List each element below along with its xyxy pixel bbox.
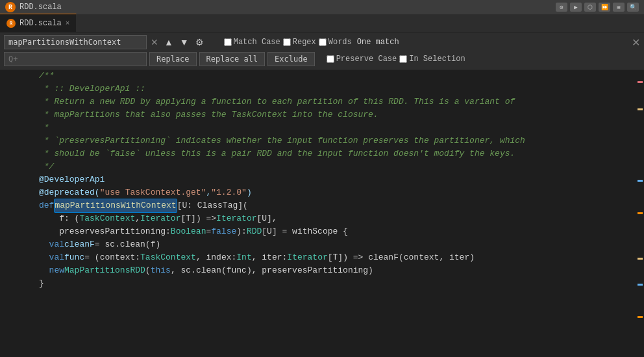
code-line: val func = (context: TaskContext, index:… [32, 251, 635, 264]
search-row: ✕ ▲ ▼ ⚙ Match Case Regex Words One match… [4, 35, 640, 49]
window-controls: ⚙ ▶ ⬡ ⏩ ⊞ 🔍 [556, 3, 639, 12]
gutter-line [0, 147, 27, 160]
code-line: } [32, 277, 635, 290]
exclude-button[interactable]: Exclude [267, 52, 315, 66]
scroll-mark-info2 [638, 284, 643, 286]
next-match-button[interactable]: ▼ [178, 36, 191, 49]
code-line: val cleanF = sc.clean(f) [32, 238, 635, 251]
scroll-mark-match2 [638, 316, 643, 318]
tab-label: RDD.scala [19, 19, 62, 28]
replace-button[interactable]: Replace [149, 52, 197, 66]
scroll-mark-warning2 [638, 258, 643, 260]
gutter-line [0, 225, 27, 238]
code-line: f: (TaskContext, Iterator[T]) => Iterato… [32, 212, 635, 225]
code-line-def: def mapPartitionsWithContext[U: ClassTag… [32, 199, 635, 212]
replace-input[interactable] [4, 52, 147, 66]
code-line: * [32, 121, 635, 134]
debug-icon[interactable]: ⬡ [584, 3, 596, 12]
play-icon[interactable]: ▶ [570, 3, 582, 12]
preserve-case-checkbox[interactable] [327, 55, 334, 63]
code-line: preservesPartitioning: Boolean = false):… [32, 225, 635, 238]
gutter-line: ▼ [0, 277, 27, 290]
prev-match-button[interactable]: ▲ [162, 36, 175, 49]
search-input[interactable] [4, 35, 147, 49]
match-case-checkbox[interactable] [224, 38, 232, 46]
tab-file-icon: R [6, 19, 16, 28]
settings-icon[interactable]: ⚙ [556, 3, 567, 12]
tab-bar: R RDD.scala × [0, 14, 644, 32]
preserve-case-label[interactable]: Preserve Case [327, 55, 397, 64]
gutter-line: ▼ [0, 199, 27, 212]
tab-close-button[interactable]: × [66, 19, 70, 27]
gutter-line [0, 160, 27, 173]
editor-container: ▼ ▼ ▼ /** * :: DeveloperApi :: * [0, 69, 644, 355]
in-selection-checkbox[interactable] [399, 55, 407, 63]
match-case-label[interactable]: Match Case [224, 38, 280, 47]
scroll-mark-info [638, 180, 643, 182]
search-options-button[interactable]: ⚙ [193, 36, 206, 49]
code-line: * mapPartitions that also passes the Tas… [32, 108, 635, 121]
gutter-line [0, 186, 27, 199]
title-text: RDD.scala [19, 3, 62, 12]
code-line: */ [32, 160, 635, 173]
gutter-line [0, 108, 27, 121]
scroll-mark-match [638, 212, 643, 214]
code-line: * should be `false` unless this is a pai… [32, 147, 635, 160]
replace-row: Replace Replace all Exclude Preserve Cas… [4, 52, 640, 66]
gutter-line: ▼ [0, 69, 27, 82]
global-search-icon[interactable]: 🔍 [627, 3, 639, 12]
match-count: One match [357, 38, 399, 47]
scroll-mark-warning [638, 108, 643, 110]
code-line: new MapPartitionsRDD(this, sc.clean(func… [32, 264, 635, 277]
clear-search-button[interactable]: ✕ [149, 38, 160, 47]
replace-all-button[interactable]: Replace all [199, 52, 265, 66]
gutter-line [0, 82, 27, 95]
gutter-line [0, 238, 27, 251]
code-line: * Return a new RDD by applying a functio… [32, 95, 635, 108]
code-line: @deprecated("use TaskContext.get", "1.2.… [32, 186, 635, 199]
vertical-scrollbar[interactable] [635, 69, 644, 355]
regex-label[interactable]: Regex [283, 38, 316, 47]
gutter-line [0, 134, 27, 147]
code-line: /** [32, 69, 635, 82]
gutter-line [0, 251, 27, 264]
code-line: @DeveloperApi [32, 173, 635, 186]
gutter-line [0, 212, 27, 225]
layout-icon[interactable]: ⊞ [613, 3, 625, 12]
code-line: * `preservesPartitioning` indicates whet… [32, 134, 635, 147]
line-number-gutter: ▼ ▼ ▼ [0, 69, 32, 355]
regex-checkbox[interactable] [283, 38, 291, 46]
search-area: ✕ ▲ ▼ ⚙ Match Case Regex Words One match… [0, 32, 644, 69]
gutter-line [0, 173, 27, 186]
gutter-line [0, 121, 27, 134]
title-bar: R RDD.scala ⚙ ▶ ⬡ ⏩ ⊞ 🔍 [0, 0, 644, 14]
gutter-line [0, 95, 27, 108]
run-all-icon[interactable]: ⏩ [599, 3, 610, 12]
scroll-mark-error [638, 81, 643, 83]
code-area[interactable]: /** * :: DeveloperApi :: * Return a new … [32, 69, 635, 355]
gutter-line [0, 264, 27, 277]
in-selection-label[interactable]: In Selection [399, 55, 465, 64]
words-checkbox[interactable] [319, 38, 327, 46]
words-label[interactable]: Words [319, 38, 352, 47]
app-icon: R [5, 2, 16, 12]
close-search-button[interactable]: ✕ [632, 36, 640, 49]
code-line: * :: DeveloperApi :: [32, 82, 635, 95]
tab-rdd-scala[interactable]: R RDD.scala × [0, 14, 77, 32]
